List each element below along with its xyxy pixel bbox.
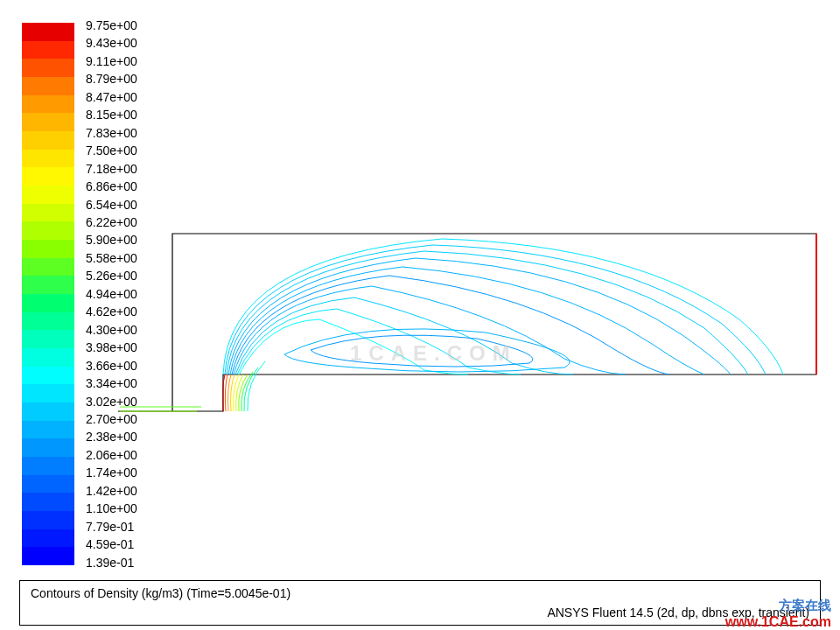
- colorbar-segment: [22, 294, 74, 312]
- colorbar-segment: [22, 330, 74, 348]
- watermark-url: www.1CAE.com: [725, 614, 831, 630]
- legend-value: 6.22e+00: [86, 216, 137, 228]
- legend-value: 4.59e-01: [86, 538, 137, 550]
- footer-solver: ANSYS Fluent 14.5 (2d, dp, dbns exp, tra…: [31, 606, 809, 620]
- legend-value: 7.18e+00: [86, 163, 137, 175]
- colorbar-segment: [22, 150, 74, 168]
- colorbar-segment: [22, 529, 74, 548]
- legend-value: 7.50e+00: [86, 144, 137, 157]
- colorbar-segment: [22, 457, 74, 475]
- colorbar-segment: [22, 186, 74, 204]
- legend-value: 9.43e+00: [86, 37, 137, 49]
- colorbar-segment: [22, 240, 74, 258]
- colorbar-segment: [22, 276, 74, 294]
- legend-value: 2.06e+00: [86, 449, 137, 461]
- legend-value: 8.79e+00: [86, 73, 137, 85]
- footer-title: Contours of Density (kg/m3) (Time=5.0045…: [31, 586, 809, 600]
- colorbar-segment: [22, 402, 74, 421]
- footer-box: Contours of Density (kg/m3) (Time=5.0045…: [19, 580, 821, 626]
- colorbar-segment: [22, 367, 74, 385]
- colorbar-segment: [22, 547, 74, 565]
- colorbar-segment: [22, 131, 74, 150]
- watermark-cn: 方案在线: [725, 598, 831, 614]
- legend-value: 8.15e+00: [86, 108, 137, 121]
- legend-value: 9.75e+00: [86, 19, 137, 32]
- watermark-center: 1CAE.COM: [350, 341, 517, 366]
- colorbar-segment: [22, 23, 74, 41]
- legend-value: 6.86e+00: [86, 180, 137, 192]
- legend-value: 9.11e+00: [86, 55, 137, 67]
- colorbar-segment: [22, 113, 74, 131]
- colorbar-segment: [22, 221, 74, 240]
- watermark-corner: 方案在线 www.1CAE.com: [725, 598, 831, 630]
- colorbar-segment: [22, 312, 74, 331]
- colorbar-segment: [22, 348, 74, 367]
- legend-value: 7.79e-01: [86, 521, 137, 533]
- colorbar-segment: [22, 493, 74, 511]
- legend-value: 1.74e+00: [86, 466, 137, 479]
- colorbar-segment: [22, 511, 74, 529]
- colorbar-segment: [22, 384, 74, 402]
- colorbar-segment: [22, 438, 74, 457]
- contour-plot: [109, 232, 818, 424]
- colorbar-segment: [22, 59, 74, 77]
- legend-value: 6.54e+00: [86, 199, 137, 211]
- legend-value: 2.38e+00: [86, 430, 137, 443]
- colorbar-segment: [22, 258, 74, 276]
- legend-value: 1.42e+00: [86, 485, 137, 497]
- colorbar-segment: [22, 41, 74, 60]
- legend-value: 7.83e+00: [86, 127, 137, 139]
- legend-value: 1.39e-01: [86, 556, 137, 569]
- colorbar: [22, 23, 74, 565]
- legend-value: 8.47e+00: [86, 91, 137, 103]
- colorbar-segment: [22, 421, 74, 439]
- colorbar-segment: [22, 475, 74, 494]
- colorbar-segment: [22, 204, 74, 222]
- colorbar-segment: [22, 77, 74, 95]
- colorbar-segment: [22, 167, 74, 186]
- legend-value: 1.10e+00: [86, 502, 137, 514]
- colorbar-segment: [22, 95, 74, 114]
